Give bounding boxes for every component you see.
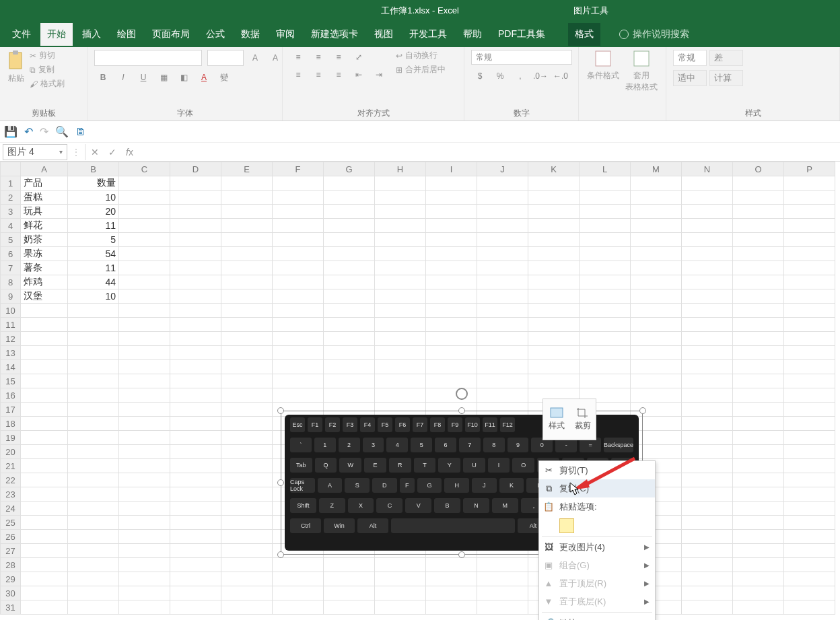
cell[interactable] [273, 247, 324, 261]
cell[interactable] [119, 572, 170, 586]
align-middle-icon[interactable]: ≡ [310, 50, 327, 65]
cell[interactable] [528, 191, 580, 205]
col-header[interactable]: F [273, 162, 324, 176]
cell[interactable] [170, 360, 221, 374]
cell[interactable] [68, 318, 119, 332]
cell[interactable] [324, 289, 375, 304]
cell[interactable] [733, 445, 784, 459]
cell[interactable] [631, 219, 682, 233]
cell[interactable] [324, 600, 375, 615]
cell[interactable] [682, 388, 733, 403]
row-header[interactable]: 6 [1, 247, 21, 261]
cell[interactable] [682, 600, 733, 615]
cell[interactable] [21, 417, 68, 431]
cell[interactable] [324, 247, 375, 261]
percent-icon[interactable]: % [491, 69, 509, 83]
cellstyle-bad[interactable]: 差 [709, 50, 743, 66]
cell[interactable] [733, 388, 784, 403]
cell[interactable]: 炸鸡 [21, 275, 68, 289]
cell[interactable] [21, 304, 68, 318]
cell[interactable] [733, 572, 784, 586]
font-size-select[interactable] [207, 50, 244, 66]
cell[interactable] [375, 600, 426, 615]
cell[interactable] [784, 586, 835, 600]
cell[interactable] [426, 332, 477, 346]
cellstyle-neutral[interactable]: 适中 [673, 70, 707, 86]
cell[interactable] [682, 346, 733, 360]
cell[interactable]: 20 [68, 205, 119, 219]
cell[interactable] [375, 261, 426, 275]
tab-view[interactable]: 视图 [368, 23, 400, 46]
resize-handle[interactable] [277, 407, 284, 414]
cell[interactable] [733, 502, 784, 516]
cell[interactable] [528, 233, 580, 247]
italic-button[interactable]: I [114, 70, 132, 85]
cell[interactable] [426, 600, 477, 615]
cell[interactable] [375, 360, 426, 374]
resize-handle[interactable] [458, 407, 465, 414]
increase-font-icon[interactable]: A [246, 50, 264, 65]
row-header[interactable]: 13 [1, 346, 21, 360]
cell[interactable] [119, 332, 170, 346]
cell[interactable] [119, 191, 170, 205]
cell[interactable] [528, 275, 580, 289]
cell[interactable] [682, 374, 733, 388]
cell[interactable] [733, 403, 784, 417]
tab-insert[interactable]: 插入 [75, 23, 108, 46]
cell[interactable] [426, 247, 477, 261]
tell-me[interactable]: 操作说明搜索 [619, 28, 689, 40]
cell[interactable] [273, 205, 324, 219]
cell[interactable] [477, 600, 528, 615]
cell[interactable] [733, 417, 784, 431]
cell[interactable] [733, 304, 784, 318]
cell[interactable] [426, 572, 477, 586]
cell[interactable] [682, 431, 733, 445]
cell[interactable] [119, 530, 170, 544]
cell[interactable] [631, 332, 682, 346]
cell[interactable] [273, 233, 324, 247]
col-header[interactable]: L [580, 162, 631, 176]
comma-icon[interactable]: , [512, 69, 529, 83]
cell[interactable] [221, 304, 273, 318]
cell[interactable] [221, 205, 273, 219]
cell[interactable] [426, 304, 477, 318]
row-header[interactable]: 26 [1, 530, 21, 544]
cell[interactable] [170, 544, 221, 558]
cell[interactable] [324, 205, 375, 219]
cell[interactable] [733, 374, 784, 388]
cell[interactable] [426, 275, 477, 289]
cell[interactable] [631, 176, 682, 191]
cell[interactable] [682, 289, 733, 304]
cell[interactable] [21, 600, 68, 615]
cell[interactable] [170, 289, 221, 304]
cell[interactable] [784, 417, 835, 431]
cell[interactable] [477, 374, 528, 388]
align-bottom-icon[interactable]: ≡ [330, 50, 347, 65]
row-header[interactable]: 17 [1, 403, 21, 417]
rotate-handle-icon[interactable] [456, 388, 468, 400]
cell[interactable] [170, 219, 221, 233]
cell[interactable] [324, 586, 375, 600]
align-left-icon[interactable]: ≡ [289, 67, 307, 82]
col-header[interactable]: I [426, 162, 477, 176]
cell[interactable] [784, 473, 835, 487]
cell[interactable]: 11 [68, 261, 119, 275]
cell[interactable] [580, 233, 631, 247]
cell[interactable] [170, 403, 221, 417]
name-box[interactable]: 图片 4▾ [3, 144, 67, 160]
cell[interactable] [528, 304, 580, 318]
cell[interactable] [426, 586, 477, 600]
preview-icon[interactable]: 🔍 [55, 125, 69, 138]
cell[interactable] [528, 360, 580, 374]
cell[interactable] [733, 275, 784, 289]
cell[interactable] [68, 431, 119, 445]
row-header[interactable]: 7 [1, 261, 21, 275]
cell[interactable] [784, 459, 835, 473]
cell[interactable] [477, 360, 528, 374]
cell[interactable] [733, 360, 784, 374]
cell[interactable] [733, 516, 784, 530]
cell[interactable] [119, 374, 170, 388]
cell[interactable] [682, 417, 733, 431]
cell[interactable] [221, 374, 273, 388]
tab-pdftools[interactable]: PDF工具集 [491, 23, 552, 46]
